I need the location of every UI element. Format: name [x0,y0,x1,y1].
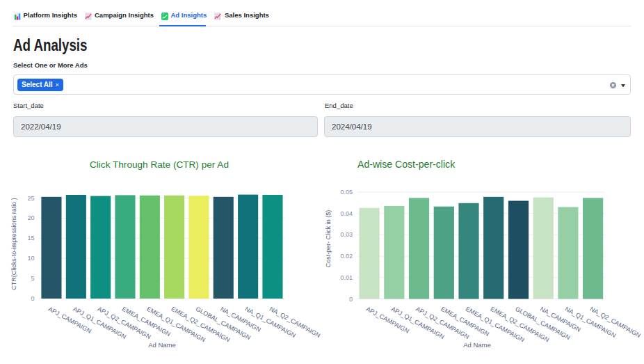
svg-text:0: 0 [31,295,34,302]
svg-text:5: 5 [31,275,34,282]
svg-text:0.01: 0.01 [340,274,353,281]
svg-text:Ad Name: Ad Name [463,341,491,349]
svg-text:Ad-wise Cost-per-click: Ad-wise Cost-per-click [357,159,456,170]
svg-text:Ad Name: Ad Name [148,341,176,349]
svg-text:Cost-per- Click in ($): Cost-per- Click in ($) [325,210,332,268]
svg-text:20: 20 [27,214,34,221]
svg-text:0.03: 0.03 [340,231,353,238]
svg-text:10: 10 [27,255,34,262]
svg-text:15: 15 [27,235,34,242]
svg-text:0.02: 0.02 [340,253,353,260]
svg-text:0: 0 [349,296,353,303]
svg-text:APJ_CAMPAIGN: APJ_CAMPAIGN [47,306,92,335]
svg-text:25: 25 [27,195,34,202]
svg-text:0.05: 0.05 [340,189,353,196]
svg-text:CTR(Clicks-to-impressions rati: CTR(Clicks-to-impressions ratio ) [10,198,17,290]
svg-text:0.04: 0.04 [340,210,353,217]
svg-text:Click Through Rate (CTR) per A: Click Through Rate (CTR) per Ad [90,159,229,170]
svg-text:APJ_CAMPAIGN: APJ_CAMPAIGN [365,306,410,335]
